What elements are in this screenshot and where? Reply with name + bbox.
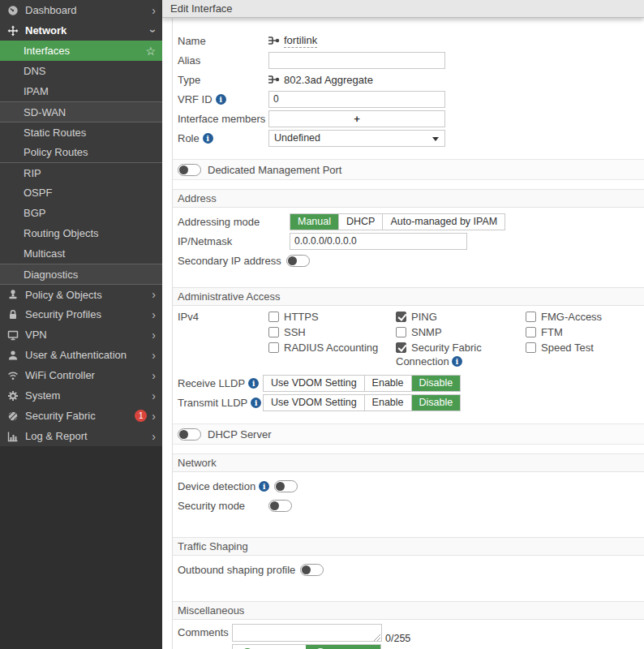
interface-name-text: fortilink [284,34,317,48]
transmit-lldp-label: Transmit LLDP [178,397,263,409]
secondary-ip-toggle[interactable] [286,255,310,267]
info-icon[interactable] [452,356,462,367]
checkbox-label: HTTPS [284,311,319,323]
checkbox-label: PING [411,311,437,323]
sidebar-item-static-routes[interactable]: Static Routes [0,122,162,142]
ipv4-access-row: IPv4 HTTPS PING FMG-Access SSH SNMP FTM … [173,310,644,368]
sidebar-item-policy-objects[interactable]: Policy & Objects › [0,284,162,304]
checkbox-icon[interactable] [268,312,279,322]
checkbox-security-fabric-connection[interactable]: Security Fabric Connection [396,341,497,368]
sidebar-item-bgp[interactable]: BGP [0,203,162,223]
sidebar-item-system[interactable]: System › [0,385,162,406]
addressing-mode-manual-button[interactable]: Manual [290,214,338,230]
add-member-field[interactable]: + [268,110,445,127]
checkbox-https[interactable]: HTTPS [268,310,396,324]
receive-lldp-disable-button[interactable]: Disable [411,376,461,391]
type-row: Type 802.3ad Aggregate [173,70,644,89]
checkbox-ssh[interactable]: SSH [268,325,396,339]
dhcp-server-toggle[interactable] [178,428,201,441]
transmit-lldp-enable-button[interactable]: Enable [364,395,411,410]
info-icon[interactable] [259,481,269,492]
comments-field-wrap [232,624,382,644]
checkbox-speed-test[interactable]: Speed Test [526,341,602,355]
checkbox-checked-icon[interactable] [396,342,406,353]
outbound-shaping-toggle[interactable] [300,564,324,576]
checkbox-icon[interactable] [268,342,279,353]
sidebar-item-interfaces[interactable]: Interfaces ☆ [0,41,162,61]
addressing-mode-ipam-button[interactable]: Auto-managed by IPAM [382,214,504,230]
vrf-input[interactable] [268,91,445,108]
sidebar-item-label: Multicast [24,247,156,260]
sidebar-item-log-report[interactable]: Log & Report › [0,426,162,446]
checkbox-ftm[interactable]: FTM [526,325,602,339]
sidebar-item-ospf[interactable]: OSPF [0,183,162,203]
status-disabled-button[interactable]: ↓ Disabled [306,645,381,649]
plus-icon[interactable]: + [354,113,360,125]
secondary-ip-label: Secondary IP address [178,255,281,267]
role-select[interactable]: Undefined [268,130,445,147]
type-label: Type [178,74,268,86]
addressing-mode-dhcp-button[interactable]: DHCP [338,214,382,230]
status-segmented: ↑ Enabled ↓ Disabled [232,644,381,649]
fortigate-app: Dashboard › Network › Interfaces ☆ DNS I… [0,0,644,649]
checkbox-label: SNMP [411,326,442,338]
status-enabled-button[interactable]: ↑ Enabled [233,645,306,649]
sidebar-item-user-authentication[interactable]: User & Authentication › [0,345,162,365]
checkbox-icon[interactable] [268,327,279,337]
receive-lldp-vdom-button[interactable]: Use VDOM Setting [264,376,364,391]
checkbox-icon[interactable] [526,327,536,337]
sidebar-item-dashboard[interactable]: Dashboard › [0,0,162,20]
info-icon[interactable] [248,378,259,389]
sidebar-item-sdwan[interactable]: SD-WAN [0,101,162,122]
info-icon[interactable] [216,94,226,105]
sidebar-item-rip[interactable]: RIP [0,162,162,183]
sidebar-item-routing-objects[interactable]: Routing Objects [0,223,162,243]
edit-interface-form: Name fortilink Alias Type [172,18,644,649]
security-mode-toggle[interactable] [268,500,292,512]
vrf-label: VRF ID [178,93,268,105]
sidebar-item-ipam[interactable]: IPAM [0,81,162,101]
checkbox-ping[interactable]: PING [396,310,526,324]
sidebar-item-label: IPAM [24,85,156,97]
checkbox-radius-accounting[interactable]: RADIUS Accounting [268,341,396,355]
sidebar-item-label: Policy & Objects [25,289,152,301]
vrf-row: VRF ID [173,89,644,109]
resize-handle[interactable] [374,634,380,641]
comments-textarea[interactable] [232,624,382,642]
name-value: fortilink [268,34,317,48]
sidebar-item-diagnostics[interactable]: Diagnostics [0,264,162,284]
alias-input[interactable] [268,52,445,69]
gear-icon [6,390,19,402]
ip-netmask-input[interactable] [290,233,467,250]
checkbox-fmg-access[interactable]: FMG-Access [526,310,602,324]
admin-access-section-header: Administrative Access [173,287,644,306]
device-detection-toggle[interactable] [274,480,298,492]
interface-members-label: Interface members [178,113,268,125]
checkbox-snmp[interactable]: SNMP [396,325,526,339]
checkbox-checked-icon[interactable] [396,312,406,322]
checkbox-icon[interactable] [396,327,406,337]
transmit-lldp-vdom-button[interactable]: Use VDOM Setting [264,395,364,410]
receive-lldp-row: Receive LLDP Use VDOM Setting Enable Dis… [173,373,644,393]
sidebar-item-label: RIP [24,167,156,179]
checkbox-icon[interactable] [526,312,536,322]
chevron-right-icon: › [152,309,156,320]
stamp-icon [6,289,19,300]
sidebar-item-network[interactable]: Network › [0,20,162,41]
transmit-lldp-disable-button[interactable]: Disable [411,395,461,410]
receive-lldp-enable-button[interactable]: Enable [364,376,411,391]
sidebar-item-multicast[interactable]: Multicast [0,243,162,264]
checkbox-icon[interactable] [526,342,536,353]
info-icon[interactable] [251,398,261,408]
sidebar-item-security-fabric[interactable]: Security Fabric 1 › [0,406,162,426]
sidebar-item-wifi-controller[interactable]: WiFi Controller › [0,365,162,385]
sidebar-item-policy-routes[interactable]: Policy Routes [0,142,162,162]
user-icon [6,350,19,361]
favorite-star-icon[interactable]: ☆ [145,45,156,58]
sidebar-item-vpn[interactable]: VPN › [0,324,162,345]
chevron-right-icon: › [152,410,156,422]
info-icon[interactable] [203,133,213,144]
dedicated-mgmt-port-toggle[interactable] [178,164,201,176]
sidebar-item-security-profiles[interactable]: Security Profiles › [0,304,162,324]
sidebar-item-dns[interactable]: DNS [0,61,162,81]
